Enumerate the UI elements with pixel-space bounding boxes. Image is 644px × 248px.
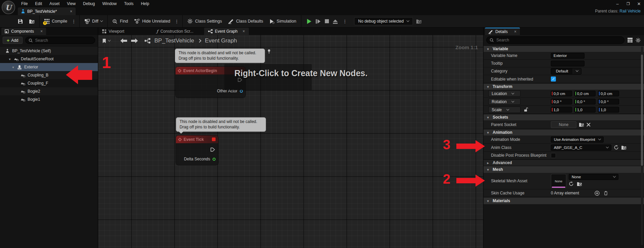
class-settings-button[interactable]: Class Settings	[184, 16, 225, 26]
details-scrollbar[interactable]	[641, 46, 643, 245]
parent-socket-value[interactable]: None	[551, 121, 576, 128]
asset-tab-close-icon[interactable]: ×	[65, 9, 72, 14]
browse-to-asset-button[interactable]	[26, 16, 38, 26]
tree-item-bogie1[interactable]: Bogie1	[0, 95, 98, 103]
node-header[interactable]: Event Tick	[176, 135, 218, 143]
save-button[interactable]	[15, 16, 26, 26]
animation-mode-dropdown[interactable]: Use Animation Blueprint	[551, 136, 604, 143]
back-button[interactable]	[120, 38, 127, 43]
skeletal-mesh-thumbnail[interactable]: None	[551, 174, 566, 188]
tree-item-defaultsceneroot[interactable]: ▾ DefaultSceneRoot	[0, 55, 98, 63]
clear-socket-icon[interactable]	[586, 123, 591, 127]
simulation-button[interactable]: Simulation	[266, 16, 299, 26]
editable-checkbox[interactable]: ✓	[551, 76, 556, 82]
compile-options-icon[interactable]: ⋮	[70, 19, 78, 24]
components-search-input[interactable]	[35, 38, 92, 43]
menu-asset[interactable]: Asset	[46, 1, 63, 7]
tree-item-bogie2[interactable]: Bogie2	[0, 87, 98, 95]
tab-construction-script[interactable]: ƒ Construction Scr...	[156, 29, 193, 34]
use-selected-icon[interactable]	[569, 181, 574, 186]
event-graph-tab-close-icon[interactable]: ×	[240, 29, 245, 34]
node-event-tick[interactable]: Event Tick Delta Seconds	[176, 135, 218, 165]
class-defaults-button[interactable]: Class Defaults	[225, 16, 266, 26]
skeletal-mesh-dropdown[interactable]: None	[569, 174, 618, 180]
details-search-input[interactable]	[496, 37, 621, 43]
location-y-field[interactable]: 0,0 cm	[574, 91, 596, 96]
section-animation[interactable]: ▾Animation	[484, 129, 644, 135]
tab-event-graph[interactable]: Event Graph ×	[204, 28, 249, 35]
play-icon[interactable]	[306, 19, 312, 24]
bookmarks-button[interactable]	[102, 38, 110, 43]
rotation-x-field[interactable]: 0,0 °	[551, 99, 572, 104]
lock-open-icon[interactable]	[524, 107, 528, 112]
section-mesh[interactable]: ▾Mesh	[484, 166, 644, 173]
tooltip-input[interactable]	[551, 61, 584, 66]
anim-class-dropdown[interactable]: ABP_GI1E_A_C	[551, 145, 611, 151]
components-tab-close-icon[interactable]: ×	[36, 29, 43, 34]
delta-seconds-pin[interactable]: Delta Seconds	[184, 157, 216, 161]
section-materials[interactable]: ▾Materials	[484, 197, 644, 204]
forward-button[interactable]	[131, 38, 138, 43]
exec-output-pin[interactable]	[211, 148, 215, 152]
section-advanced[interactable]: ▸Advanced	[484, 159, 644, 166]
rotation-y-field[interactable]: 0,0 °	[574, 99, 596, 104]
section-transform[interactable]: ▾Transform	[484, 83, 644, 90]
hide-unrelated-button[interactable]: Hide Unrelated	[131, 16, 173, 26]
section-variable[interactable]: ▾Variable	[484, 45, 644, 52]
breadcrumb-root[interactable]: BP_TestVehicle	[154, 37, 194, 44]
category-dropdown[interactable]: Default	[551, 68, 581, 74]
expand-caret-icon[interactable]: ▾	[11, 65, 15, 69]
find-button[interactable]: Find	[109, 16, 131, 26]
tree-item-coupling-f[interactable]: Coupling_F	[0, 79, 98, 87]
location-x-field[interactable]: 0,0 cm	[551, 91, 572, 96]
tab-components[interactable]: Components ×	[1, 28, 46, 35]
folder-search-icon[interactable]	[621, 145, 627, 150]
tree-item-self[interactable]: BP_TestVehicle (Self)	[0, 47, 98, 55]
menu-window[interactable]: Window	[99, 1, 120, 7]
event-graph-canvas[interactable]: BP_TestVehicle Event Graph Zoom 1:1 This…	[98, 35, 483, 248]
menu-file[interactable]: File	[17, 1, 31, 7]
rotation-z-field[interactable]: 0,0 °	[598, 99, 619, 104]
tab-details[interactable]: Details ×	[485, 28, 520, 35]
use-selected-icon[interactable]	[614, 145, 619, 150]
location-z-field[interactable]: 0,0 cm	[598, 91, 619, 96]
minimize-button[interactable]: –	[614, 1, 620, 6]
menu-help[interactable]: Help	[137, 1, 153, 7]
scale-y-field[interactable]: 1,0	[574, 107, 596, 113]
menu-edit[interactable]: Edit	[31, 1, 46, 7]
scale-z-field[interactable]: 1,0	[598, 107, 619, 113]
variable-name-input[interactable]	[551, 53, 584, 59]
frame-skip-icon[interactable]	[315, 19, 321, 24]
menu-view[interactable]: View	[63, 1, 79, 7]
breadcrumb-current[interactable]: Event Graph	[205, 37, 237, 44]
tab-viewport[interactable]: Viewport	[102, 29, 124, 34]
expand-caret-icon[interactable]: ▾	[8, 57, 11, 61]
menu-debug[interactable]: Debug	[79, 1, 99, 7]
settings-gear-icon[interactable]	[636, 38, 641, 43]
eject-icon[interactable]	[333, 19, 338, 24]
details-tab-close-icon[interactable]: ×	[510, 29, 517, 34]
folder-search-icon[interactable]	[577, 182, 582, 186]
add-component-button[interactable]: + Add	[3, 37, 23, 44]
asset-tab[interactable]: BP_TestVehicle* ×	[18, 7, 76, 15]
display-filter-icon[interactable]	[628, 38, 633, 42]
play-options-icon[interactable]: ⋮	[341, 19, 349, 24]
debug-browse-button[interactable]	[413, 16, 425, 26]
add-array-element-icon[interactable]	[595, 191, 600, 196]
rotation-dropdown[interactable]: Rotation	[488, 98, 521, 105]
hide-unrelated-options-icon[interactable]: ⋮	[173, 19, 181, 24]
section-sockets[interactable]: ▾Sockets	[484, 114, 644, 120]
menu-tools[interactable]: Tools	[120, 1, 137, 7]
disable-post-process-checkbox[interactable]	[551, 153, 556, 158]
scrollbar-thumb[interactable]	[641, 55, 643, 166]
compile-button[interactable]: ? Compile	[41, 16, 70, 26]
pin-icon[interactable]	[267, 49, 271, 56]
diff-button[interactable]: Diff	[81, 16, 106, 26]
scale-dropdown[interactable]: Scale	[488, 106, 521, 113]
close-button[interactable]: ✕	[636, 1, 642, 6]
debug-object-dropdown[interactable]: No debug object selected	[354, 17, 413, 25]
stop-icon[interactable]	[325, 19, 329, 24]
delete-array-icon[interactable]	[604, 191, 608, 195]
parent-class-link[interactable]: Rail Vehicle	[619, 9, 641, 13]
location-dropdown[interactable]: Location	[488, 90, 521, 97]
